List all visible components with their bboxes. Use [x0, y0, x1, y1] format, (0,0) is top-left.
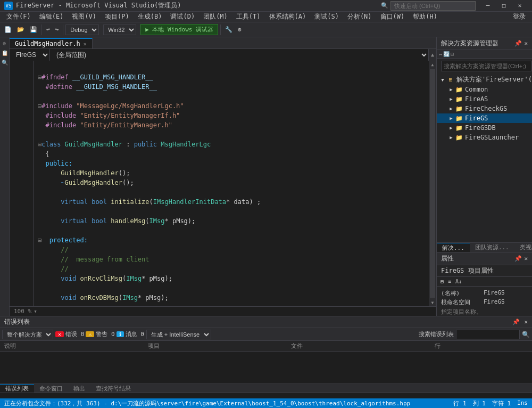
- toolbar-undo[interactable]: ↩: [44, 25, 52, 34]
- menu-build[interactable]: 生成(B): [134, 11, 167, 22]
- zoom-button[interactable]: ▾: [34, 308, 37, 315]
- firecheckgs-arrow[interactable]: ▶: [447, 105, 455, 112]
- menu-project[interactable]: 项目(P): [101, 11, 134, 22]
- menu-tools[interactable]: 工具(T): [232, 11, 265, 22]
- col-description[interactable]: 说明: [0, 341, 144, 352]
- fireas-icon: 📁: [455, 95, 463, 103]
- toolbar: 📄 📂 💾 ↩ ↪ Debug Win32 ▶ 本地 Windows 调试器 🔧…: [0, 22, 532, 37]
- quick-launch-input[interactable]: [390, 1, 476, 11]
- menu-window[interactable]: 窗口(W): [376, 11, 409, 22]
- toolbar-extra2[interactable]: ⚙: [236, 25, 244, 34]
- solution-expand-arrow[interactable]: ▼: [439, 76, 446, 84]
- menu-edit[interactable]: 编辑(E): [35, 11, 68, 22]
- bottom-tab-errors[interactable]: 错误列表: [0, 384, 34, 393]
- menu-test[interactable]: 测试(S): [310, 11, 343, 22]
- code-content[interactable]: ⊟#ifndef __GUILD_MSG_HANDLER__ #define _…: [34, 61, 429, 306]
- se-tab-solution[interactable]: 解决...: [437, 243, 470, 252]
- tree-item-common[interactable]: ▶ 📁 Common: [437, 85, 532, 94]
- build-filter-dropdown[interactable]: 生成 + IntelliSense: [146, 330, 211, 339]
- se-close-button[interactable]: ✕: [524, 40, 528, 47]
- error-pin-button[interactable]: 📌: [512, 319, 520, 325]
- se-refresh-button[interactable]: 🔄: [443, 51, 450, 57]
- firegslauncher-arrow[interactable]: ▶: [447, 134, 455, 141]
- sidebar-icon-2: 📋: [1, 49, 9, 56]
- solution-icon: ⊞: [446, 76, 455, 84]
- props-close-button[interactable]: ✕: [524, 255, 528, 262]
- col-file[interactable]: 文件: [287, 341, 430, 352]
- toolbar-extra1[interactable]: 🔧: [223, 25, 235, 34]
- menu-team[interactable]: 团队(M): [199, 11, 232, 22]
- se-tab-class[interactable]: 类视图: [514, 243, 532, 252]
- se-sync-button[interactable]: ↔: [439, 51, 442, 57]
- se-search-input[interactable]: [441, 61, 532, 71]
- tree-item-solution[interactable]: ▼ ⊞ 解决方案'FireServer'(6 个项目): [437, 75, 532, 85]
- menu-debug[interactable]: 调试(D): [166, 11, 199, 22]
- sidebar-icon-1: ⚙: [1, 39, 9, 47]
- menu-login[interactable]: 登录: [509, 11, 530, 22]
- se-filter-button[interactable]: ⊞: [451, 51, 454, 57]
- tree-item-fireas[interactable]: ▶ 📁 FireAS: [437, 94, 532, 104]
- fireas-arrow[interactable]: ▶: [447, 95, 455, 103]
- firegs-arrow[interactable]: ▶: [447, 115, 455, 122]
- editor-toolbar-button[interactable]: ▲: [429, 49, 436, 61]
- debug-config-dropdown[interactable]: Debug: [65, 25, 99, 35]
- props-category-button[interactable]: ≡: [446, 278, 453, 285]
- scroll-up-button[interactable]: ▲: [429, 61, 436, 68]
- tab-close-button[interactable]: ✕: [84, 41, 87, 47]
- search-errors-input[interactable]: [456, 330, 520, 339]
- symbol-scope-dropdown[interactable]: (全局范围): [50, 49, 429, 61]
- menu-help[interactable]: 帮助(H): [409, 11, 442, 22]
- props-sort-button[interactable]: ⊞: [439, 278, 445, 285]
- props-alpha-button[interactable]: A↓: [454, 278, 463, 285]
- close-button[interactable]: ✕: [512, 0, 528, 12]
- toolbar-new[interactable]: 📄: [2, 25, 14, 34]
- common-arrow[interactable]: ▶: [447, 86, 455, 93]
- scope-filter-dropdown[interactable]: 整个解决方案: [2, 330, 53, 339]
- platform-dropdown[interactable]: Win32: [103, 25, 136, 35]
- editor-scrollbar[interactable]: ▲ ▼: [429, 61, 436, 306]
- menu-view[interactable]: 视图(V): [68, 11, 101, 22]
- toolbar-open[interactable]: 📂: [15, 25, 27, 34]
- se-pin-button[interactable]: 📌: [514, 40, 522, 47]
- fireas-label: FireAS: [465, 95, 488, 103]
- col-project[interactable]: 项目: [144, 341, 287, 352]
- menu-file[interactable]: 文件(F): [2, 11, 35, 22]
- props-project-title: FireGS 项目属性: [437, 265, 532, 277]
- props-pin-button[interactable]: 📌: [514, 255, 522, 262]
- col-line[interactable]: 行: [430, 341, 533, 352]
- menu-analyze[interactable]: 分析(N): [343, 11, 376, 22]
- message-count-badge[interactable]: ℹ: [117, 331, 124, 337]
- tree-item-firecheckgs[interactable]: ▶ 📁 FireCheckGS: [437, 104, 532, 113]
- toolbar-sep1: [41, 25, 42, 35]
- minimize-button[interactable]: ─: [480, 0, 496, 12]
- warning-count-badge[interactable]: ⚠: [86, 331, 94, 337]
- bottom-tab-find[interactable]: 查找符号结果: [90, 384, 136, 393]
- sidebar-icon-3: 🔍: [1, 59, 9, 66]
- warning-count-label: 警告 0: [96, 330, 114, 338]
- scroll-thumb[interactable]: [430, 69, 435, 298]
- maximize-button[interactable]: □: [496, 0, 512, 12]
- scroll-down-button[interactable]: ▼: [429, 299, 436, 306]
- bottom-tab-output[interactable]: 输出: [68, 384, 90, 393]
- firegsdb-arrow[interactable]: ▶: [447, 124, 455, 132]
- firecheckgs-label: FireCheckGS: [465, 105, 507, 112]
- status-col: 列 1: [473, 399, 486, 407]
- props-description: 指定项目名称。: [439, 307, 530, 316]
- solution-explorer: 解决方案资源管理器 📌 ✕ ↔ 🔄 ⊞ ▼ ⊞ 解决方案'FireServ: [437, 37, 532, 252]
- se-tab-team[interactable]: 团队资源...: [470, 243, 514, 252]
- error-close-button[interactable]: ✕: [524, 319, 528, 325]
- props-project-label: FireGS 项目属性: [441, 267, 494, 274]
- menu-arch[interactable]: 体系结构(A): [265, 11, 311, 22]
- toolbar-redo[interactable]: ↪: [53, 25, 61, 34]
- file-scope-dropdown[interactable]: FireGS: [10, 49, 50, 61]
- tree-item-firegs[interactable]: ▶ 📁 FireGS: [437, 113, 532, 123]
- bottom-tab-cmd[interactable]: 命令窗口: [34, 384, 68, 393]
- run-debugger-button[interactable]: ▶ 本地 Windows 调试器: [140, 24, 218, 35]
- editor-tab-active[interactable]: GuildMsgHandler.h ✕: [10, 38, 93, 48]
- error-count-badge[interactable]: ✕: [55, 331, 64, 337]
- tree-item-firegsdb[interactable]: ▶ 📁 FireGSDB: [437, 123, 532, 133]
- tree-item-firegslauncher[interactable]: ▶ 📁 FireGSLauncher: [437, 133, 532, 142]
- se-bottom-tabs: 解决... 团队资源... 类视图 资源视图...: [437, 242, 532, 252]
- toolbar-save[interactable]: 💾: [28, 25, 39, 34]
- search-errors-button[interactable]: 🔍: [522, 331, 530, 338]
